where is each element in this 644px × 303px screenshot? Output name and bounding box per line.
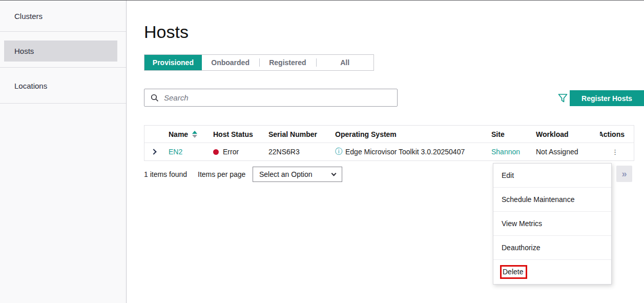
- row-expander-cell: [144, 143, 169, 160]
- search-box: [144, 89, 398, 107]
- menu-item-edit[interactable]: Edit: [493, 164, 611, 188]
- info-icon[interactable]: ⓘ: [335, 147, 342, 156]
- row-site-cell: Shannon: [491, 143, 536, 160]
- host-name-link[interactable]: EN2: [169, 148, 182, 156]
- column-header-actions: Actions: [600, 126, 634, 143]
- error-status-dot-icon: [213, 149, 219, 155]
- host-status-text: Error: [223, 148, 239, 156]
- os-name-text: Edge Microvisor Toolkit 3.0.20250407: [345, 148, 465, 156]
- row-serial-number-cell: 22NS6R3: [268, 143, 335, 160]
- search-icon: [151, 94, 159, 102]
- sidebar-item-hosts-highlight[interactable]: Hosts: [4, 41, 117, 62]
- expand-chevron-icon[interactable]: [151, 149, 156, 154]
- sort-icon[interactable]: [192, 131, 197, 138]
- items-per-page-label: Items per page: [198, 170, 245, 178]
- chevron-down-icon: [331, 171, 337, 176]
- table-row: EN2 Error 22NS6R3 ⓘ Edge Microvisor Tool…: [144, 143, 634, 160]
- column-header-operating-system: Operating System: [335, 126, 491, 143]
- filter-funnel-icon: [558, 93, 568, 103]
- sidebar-item-hosts[interactable]: Hosts: [0, 32, 126, 68]
- sort-asc-icon: [192, 131, 197, 134]
- tab-bar: Provisioned Onboarded Registered All: [144, 54, 374, 71]
- page-title: Hosts: [144, 22, 189, 42]
- table-header-row: Name Host Status Serial Number Operating…: [144, 126, 634, 143]
- menu-item-delete[interactable]: Delete: [493, 260, 611, 284]
- column-header-serial-number: Serial Number: [268, 126, 335, 143]
- tab-provisioned[interactable]: Provisioned: [144, 55, 202, 70]
- sidebar-item-label: Clusters: [14, 12, 43, 21]
- app-window: Clusters Hosts Locations Hosts Provision…: [0, 0, 644, 303]
- column-header-host-status: Host Status: [213, 126, 268, 143]
- sidebar-item-clusters[interactable]: Clusters: [0, 1, 126, 32]
- menu-item-schedule-maintenance[interactable]: Schedule Maintenance: [493, 188, 611, 212]
- column-header-name[interactable]: Name: [169, 126, 213, 143]
- search-input[interactable]: [159, 89, 397, 106]
- sidebar-item-locations[interactable]: Locations: [0, 68, 126, 104]
- menu-item-deauthorize[interactable]: Deauthorize: [493, 236, 611, 260]
- select-value: Select an Option: [259, 170, 313, 178]
- tab-onboarded[interactable]: Onboarded: [202, 55, 259, 70]
- row-name-cell: EN2: [169, 143, 213, 160]
- sort-desc-icon: [192, 135, 197, 138]
- next-page-button[interactable]: »: [616, 166, 632, 182]
- items-per-page-select[interactable]: Select an Option: [253, 167, 342, 182]
- row-actions-context-menu: Edit Schedule Maintenance View Metrics D…: [493, 163, 612, 285]
- row-host-status-cell: Error: [213, 143, 268, 160]
- column-header-site: Site: [491, 126, 536, 143]
- row-actions-cell: ⋮: [600, 143, 634, 160]
- tab-all[interactable]: All: [316, 55, 373, 70]
- hosts-table: Name Host Status Serial Number Operating…: [144, 125, 634, 161]
- items-found-text: 1 items found: [144, 170, 187, 178]
- filter-button[interactable]: [556, 91, 569, 105]
- row-actions-kebab-icon[interactable]: ⋮: [612, 148, 618, 156]
- row-workload-cell: Not Assigned: [536, 143, 600, 160]
- column-header-workload: Workload: [536, 126, 600, 143]
- register-hosts-button[interactable]: Register Hosts: [570, 90, 644, 106]
- row-operating-system-cell: ⓘ Edge Microvisor Toolkit 3.0.20250407: [335, 143, 491, 160]
- sidebar-item-label: Locations: [14, 81, 47, 90]
- menu-item-view-metrics[interactable]: View Metrics: [493, 212, 611, 236]
- site-link[interactable]: Shannon: [491, 148, 520, 156]
- tab-registered[interactable]: Registered: [259, 55, 317, 70]
- delete-highlight-box[interactable]: Delete: [500, 265, 527, 279]
- sidebar: Clusters Hosts Locations: [0, 1, 127, 303]
- sidebar-item-label: Hosts: [4, 47, 34, 55]
- expander-column-spacer: [144, 126, 169, 143]
